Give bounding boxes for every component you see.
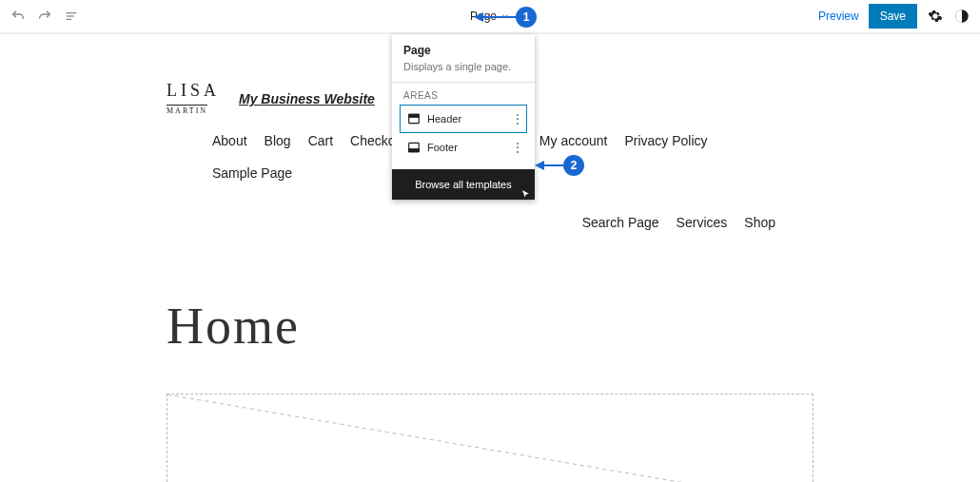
- cursor-icon: [519, 188, 533, 202]
- nav-item[interactable]: Sample Page: [212, 165, 292, 181]
- browse-all-templates-button[interactable]: Browse all templates: [392, 169, 535, 200]
- dropdown-header: Page Displays a single page.: [392, 34, 535, 83]
- site-title-link[interactable]: My Business Website: [239, 91, 375, 106]
- svg-rect-2: [409, 114, 420, 117]
- styles-icon[interactable]: [953, 8, 970, 25]
- more-options-icon[interactable]: ⋮: [512, 141, 522, 154]
- undo-icon[interactable]: [10, 8, 27, 25]
- page-title[interactable]: Home: [167, 297, 813, 356]
- dropdown-description: Displays a single page.: [403, 61, 523, 72]
- nav-item[interactable]: Privacy Policy: [624, 133, 707, 148]
- area-item-label: Header: [427, 113, 461, 125]
- empty-block-placeholder[interactable]: [167, 394, 813, 482]
- dropdown-areas-label: AREAS: [392, 83, 535, 105]
- toolbar-left-group: [10, 8, 80, 25]
- nav-item[interactable]: Blog: [265, 133, 291, 148]
- nav-item[interactable]: Services: [676, 215, 728, 230]
- area-item-header[interactable]: Header ⋮: [400, 105, 527, 133]
- redo-icon[interactable]: [36, 8, 53, 25]
- logo-bottom: MARTIN: [167, 105, 207, 115]
- chevron-down-icon: [500, 11, 510, 21]
- nav-item[interactable]: Shop: [744, 215, 775, 230]
- preview-link[interactable]: Preview: [818, 10, 859, 23]
- browse-all-label: Browse all templates: [415, 179, 512, 190]
- nav-item[interactable]: About: [212, 133, 247, 148]
- nav-item[interactable]: Cart: [308, 133, 333, 148]
- area-item-label: Footer: [427, 142, 458, 153]
- logo-top: LISA: [167, 81, 220, 100]
- save-button[interactable]: Save: [869, 4, 917, 29]
- template-dropdown: Page Displays a single page. AREAS Heade…: [392, 34, 535, 200]
- footer-icon: [406, 140, 421, 155]
- nav-item[interactable]: Search Page: [582, 215, 659, 230]
- template-name-button[interactable]: Page: [470, 10, 510, 23]
- settings-icon[interactable]: [927, 8, 944, 25]
- list-view-icon[interactable]: [63, 8, 80, 25]
- header-icon: [406, 111, 421, 126]
- site-logo[interactable]: LISA MARTIN: [167, 82, 220, 116]
- svg-rect-4: [409, 149, 420, 152]
- template-name-label: Page: [470, 10, 497, 23]
- dropdown-items: Header ⋮ Footer ⋮: [392, 105, 535, 169]
- dropdown-title: Page: [403, 44, 523, 57]
- toolbar-right-group: Preview Save: [818, 4, 970, 29]
- area-item-footer[interactable]: Footer ⋮: [400, 133, 527, 162]
- svg-line-5: [167, 395, 813, 482]
- editor-toolbar: Page Preview Save: [0, 0, 980, 34]
- more-options-icon[interactable]: ⋮: [512, 112, 522, 125]
- nav-item[interactable]: My account: [539, 133, 608, 148]
